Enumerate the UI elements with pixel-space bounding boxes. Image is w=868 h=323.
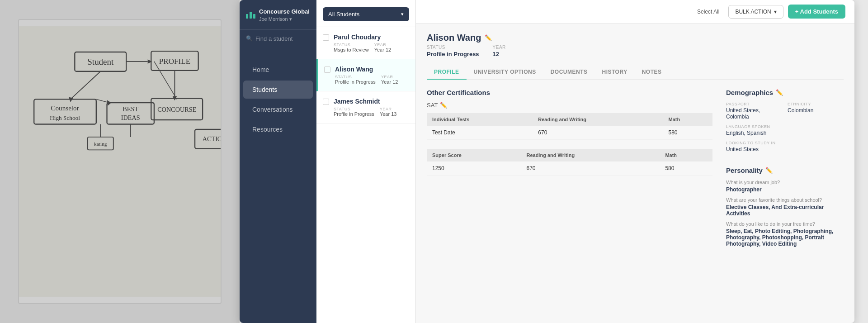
col-individual-tests: Individual Tests (427, 113, 533, 126)
individual-tests-row-1: Test Date 670 580 (427, 126, 712, 140)
dropdown-chevron-icon: ▾ (401, 11, 404, 17)
sidebar-item-students[interactable]: Students (243, 81, 313, 99)
student-info-james: James Schmidt STATUS Profile in Progress… (334, 98, 409, 117)
profile-header: Alison Wang ✏️ STATUS Profile in Progres… (427, 33, 844, 58)
tab-history[interactable]: HISTORY (595, 65, 635, 80)
profile-year-block: YEAR 12 (493, 45, 506, 58)
personality-a3: Sleep, Eat, Photo Editing, Photographing… (726, 228, 844, 247)
other-certifications-title: Other Certifications (427, 89, 712, 96)
super-score-total-cell: 1250 (427, 162, 521, 176)
svg-text:CONCOURSE: CONCOURSE (157, 106, 196, 113)
personality-a1: Photographer (726, 186, 844, 193)
ethnicity-item: ETHNICITY Colombian (788, 102, 844, 120)
tab-profile[interactable]: PROFILE (427, 65, 467, 80)
student-info-alison: Alison Wang STATUS Profile in Progress Y… (335, 66, 409, 85)
personality-a2: Elective Classes, And Extra-curricular A… (726, 204, 844, 217)
toolbar: Select All BULK ACTION ▾ + Add Students (416, 0, 854, 24)
col-super-math: Math (660, 149, 712, 162)
app-container: Concourse Global Joe Morrison ▾ 🔍 Home S… (240, 0, 854, 323)
study-item: LOOKING TO STUDY IN United States (726, 141, 844, 152)
personality-section: Personality ✏️ What is your dream job? P… (726, 166, 844, 247)
search-icon: 🔍 (246, 35, 253, 42)
all-students-dropdown[interactable]: All Students ▾ (323, 7, 409, 21)
sidebar-item-conversations[interactable]: Conversations (243, 100, 313, 119)
profile-name: Alison Wang (427, 33, 481, 43)
tab-university-options[interactable]: UNIVERSITY OPTIONS (467, 65, 543, 80)
profile-right: Demographics ✏️ PASSPORT United States, … (726, 89, 844, 252)
student-item-parul[interactable]: Parul Choudary STATUS Msgs to Review YEA… (316, 27, 415, 59)
bulk-action-button[interactable]: BULK ACTION ▾ (728, 5, 783, 19)
profile-left: Other Certifications SAT ✏️ Individual T… (427, 89, 712, 252)
svg-text:kating: kating (94, 141, 107, 147)
col-reading-writing: Reading and Writing (533, 113, 663, 126)
search-area: 🔍 (240, 30, 316, 51)
math-score-cell: 580 (663, 126, 713, 140)
tab-notes[interactable]: NOTES (635, 65, 669, 80)
main-content: Select All BULK ACTION ▾ + Add Students … (416, 0, 854, 323)
profile-name-edit-icon[interactable]: ✏️ (485, 34, 492, 41)
sidebar-user[interactable]: Joe Morrison ▾ (259, 16, 310, 22)
student-checkbox-james[interactable] (323, 99, 329, 105)
language-value: English, Spanish (726, 130, 844, 136)
student-meta-parul: STATUS Msgs to Review YEAR Year 12 (334, 43, 409, 52)
super-score-row-1: 1250 670 580 (427, 162, 712, 176)
student-meta-james: STATUS Profile in Progress YEAR Year 13 (334, 107, 409, 117)
super-score-table: Super Score Reading and Writing Math 125… (427, 149, 712, 176)
student-list-header: All Students ▾ (316, 0, 415, 27)
super-score-header-row: Super Score Reading and Writing Math (427, 149, 712, 162)
sidebar-item-home[interactable]: Home (243, 61, 313, 79)
svg-text:High School: High School (50, 114, 80, 121)
student-checkbox-alison[interactable] (324, 66, 330, 73)
student-year-block-james: YEAR Year 13 (380, 107, 397, 117)
select-all-button[interactable]: Select All (693, 6, 724, 18)
student-item-alison[interactable]: Alison Wang STATUS Profile in Progress Y… (316, 59, 415, 91)
student-name-alison: Alison Wang (335, 66, 409, 73)
svg-text:ACTIONS: ACTIONS (203, 135, 221, 142)
ethnicity-value: Colombian (788, 107, 844, 114)
sidebar-header: Concourse Global Joe Morrison ▾ (240, 0, 316, 30)
student-list-panel: All Students ▾ Parul Choudary STATUS Msg… (316, 0, 416, 323)
student-year-block-parul: YEAR Year 12 (374, 43, 392, 52)
student-status-block-james: STATUS Profile in Progress (334, 107, 374, 117)
student-name-james: James Schmidt (334, 98, 409, 105)
profile-tabs: PROFILE UNIVERSITY OPTIONS DOCUMENTS HIS… (427, 65, 844, 80)
personality-edit-icon[interactable]: ✏️ (765, 167, 773, 174)
whiteboard-drawing: Student PROFILE Counselor High School BE… (19, 20, 221, 303)
add-students-button[interactable]: + Add Students (788, 5, 845, 19)
logo-bar-3 (253, 14, 255, 19)
profile-area: Alison Wang ✏️ STATUS Profile in Progres… (416, 24, 854, 323)
student-name-parul: Parul Choudary (334, 33, 409, 41)
sat-section-label: SAT ✏️ (427, 102, 712, 109)
personality-q2: What are your favorite things about scho… (726, 197, 844, 203)
profile-year-value: 12 (493, 51, 499, 57)
sat-edit-icon[interactable]: ✏️ (440, 102, 447, 109)
student-info-parul: Parul Choudary STATUS Msgs to Review YEA… (334, 33, 409, 52)
passport-value: United States, Colombia (726, 107, 782, 120)
study-value: United States (726, 146, 844, 152)
search-input[interactable] (255, 35, 310, 42)
demographics-edit-icon[interactable]: ✏️ (776, 89, 783, 96)
student-checkbox-parul[interactable] (323, 34, 329, 41)
tab-documents[interactable]: DOCUMENTS (543, 65, 595, 80)
student-meta-alison: STATUS Profile in Progress YEAR Year 12 (335, 75, 409, 85)
bulk-action-chevron-icon: ▾ (774, 9, 777, 15)
profile-content: Other Certifications SAT ✏️ Individual T… (427, 89, 844, 252)
col-math: Math (663, 113, 713, 126)
profile-status-row: STATUS Profile in Progress YEAR 12 (427, 45, 506, 58)
personality-title: Personality ✏️ (726, 166, 844, 174)
demographics-grid: PASSPORT United States, Colombia ETHNICI… (726, 102, 844, 120)
test-date-cell: Test Date (427, 126, 533, 140)
student-status-block-parul: STATUS Msgs to Review (334, 43, 369, 52)
col-super-reading: Reading and Writing (521, 149, 660, 162)
svg-text:IDEAS: IDEAS (121, 114, 140, 121)
sidebar-nav: Home Students Conversations Resources (240, 51, 316, 148)
student-year-block-alison: YEAR Year 12 (381, 75, 398, 85)
svg-text:Counselor: Counselor (51, 104, 79, 112)
student-item-james[interactable]: James Schmidt STATUS Profile in Progress… (316, 91, 415, 124)
sidebar-item-resources[interactable]: Resources (243, 120, 313, 138)
individual-tests-header-row: Individual Tests Reading and Writing Mat… (427, 113, 712, 126)
brand-name: Concourse Global (259, 8, 310, 15)
reading-score-cell: 670 (533, 126, 663, 140)
whiteboard-section: Student PROFILE Counselor High School BE… (0, 0, 240, 323)
divider (726, 159, 844, 159)
